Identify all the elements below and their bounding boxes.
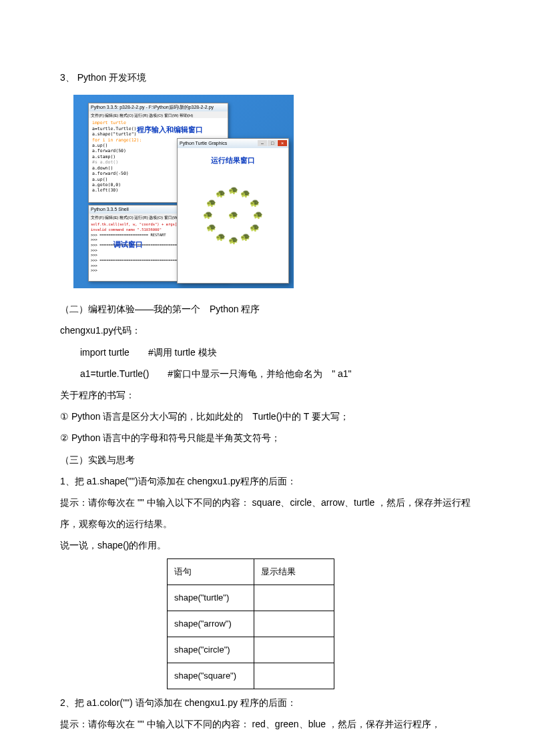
writing-rule-2: ② Python 语言中的字母和符号只能是半角英文符号； xyxy=(60,427,474,448)
table-row: shape("turtle") xyxy=(168,585,334,611)
turtle-icon: 🐢 xyxy=(250,194,260,213)
practice-2-hint: 提示：请你每次在 "" 中输入以下不同的内容： red、green、blue ，… xyxy=(60,713,474,735)
table-header-2: 显示结果 xyxy=(254,559,334,585)
shape-table: 语句 显示结果 shape("turtle") shape("arrow") s… xyxy=(167,558,334,689)
section-3-title: 3、 Python 开发环境 xyxy=(60,67,474,88)
table-header-1: 语句 xyxy=(168,559,254,585)
code-line-2: a1=turtle.Turtle() #窗口中显示一只海龟，并给他命名为 " a… xyxy=(60,363,474,384)
turtle-icon: 🐢 xyxy=(228,232,238,250)
table-row: shape("arrow") xyxy=(168,611,334,637)
code-line-1: import turtle #调用 turtle 模块 xyxy=(60,342,474,363)
table-cell: shape("circle") xyxy=(168,637,254,663)
minimize-icon: – xyxy=(258,140,267,146)
practice-1: 1、把 a1.shape("")语句添加在 chengxu1.py程序的后面： xyxy=(60,470,474,492)
turtle-icon: 🐢 xyxy=(250,220,260,238)
window-buttons: – □ × xyxy=(258,140,287,146)
turtle-icon: 🐢 xyxy=(228,181,238,200)
graphics-window: Python Turtle Graphics – □ × 运行结果窗口 🐢 🐢🐢… xyxy=(177,138,289,284)
section-3b-title: （三）实践与思考 xyxy=(60,449,474,470)
shell-label: 调试窗口 xyxy=(113,236,143,253)
graphics-label: 运行结果窗口 xyxy=(178,152,288,169)
practice-1-question: 说一说，shape()的作用。 xyxy=(60,534,474,556)
editor-label: 程序输入和编辑窗口 xyxy=(137,121,203,138)
table-cell xyxy=(254,663,334,689)
turtle-icon: 🐢 xyxy=(240,228,250,247)
maximize-icon: □ xyxy=(268,140,277,146)
code-filename: chengxu1.py代码： xyxy=(60,320,474,341)
close-icon: × xyxy=(278,140,287,146)
turtle-icon: 🐢 xyxy=(240,185,250,204)
table-row: shape("square") xyxy=(168,663,334,689)
editor-menubar: 文件(F) 编辑(E) 格式(O) 运行(R) 选项(O) 窗口(W) 帮助(H… xyxy=(89,111,228,118)
table-cell: shape("turtle") xyxy=(168,585,254,611)
table-row: shape("circle") xyxy=(168,637,334,663)
practice-1-hint: 提示：请你每次在 "" 中输入以下不同的内容： square、circle、ar… xyxy=(60,492,474,534)
section-2-title: （二）编程初体验——我的第一个 Python 程序 xyxy=(60,298,474,320)
ide-screenshot: Python 3.3.5: p328-2-2.py - F:\Python源码\… xyxy=(73,95,294,288)
editor-titlebar: Python 3.3.5: p328-2-2.py - F:\Python源码\… xyxy=(89,103,228,111)
turtle-icon: 🐢 xyxy=(228,207,238,226)
writing-rule-1: ① Python 语言是区分大小写的，比如此处的 Turtle()中的 T 要大… xyxy=(60,406,474,427)
table-row: 语句 显示结果 xyxy=(168,559,334,585)
practice-2: 2、把 a1.color("") 语句添加在 chengxu1.py 程序的后面… xyxy=(60,692,474,713)
table-cell xyxy=(254,637,334,663)
turtle-icon: 🐢 xyxy=(206,194,216,213)
table-cell xyxy=(254,585,334,611)
turtle-ring: 🐢 🐢🐢🐢🐢🐢🐢🐢🐢🐢🐢🐢🐢 xyxy=(203,185,263,246)
table-cell: shape("arrow") xyxy=(168,611,254,637)
table-cell xyxy=(254,611,334,637)
graphics-titlebar: Python Turtle Graphics – □ × xyxy=(178,139,288,148)
writing-title: 关于程序的书写： xyxy=(60,384,474,406)
turtle-icon: 🐢 xyxy=(216,228,226,247)
turtle-icon: 🐢 xyxy=(216,185,226,204)
table-cell: shape("square") xyxy=(168,663,254,689)
